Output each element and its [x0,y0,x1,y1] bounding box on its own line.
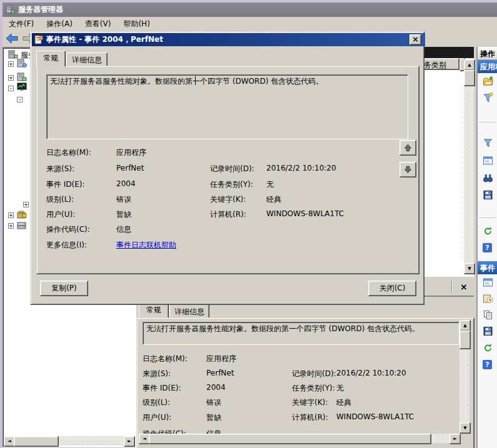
event-log-online-help-link[interactable]: 事件日志联机帮助 [116,240,176,251]
actions-pane-title: 操作 [478,47,497,60]
dialog-titlebar: 事件属性 - 事件 2004，PerfNet × [32,33,425,46]
expand-icon[interactable]: + [8,61,14,67]
open-saved-log-icon[interactable] [483,76,493,86]
copy-button[interactable]: 复制(P) [40,281,88,296]
help-icon[interactable]: ? [483,243,492,252]
server-manager-icon [8,50,18,59]
field-value: 经典 [266,194,281,205]
close-button[interactable]: 关闭(C) [368,281,416,296]
field-label: 用户(U): [46,209,75,220]
expand-icon[interactable]: + [23,202,29,207]
events-vscroll-thumb[interactable] [464,70,475,86]
collapse-icon[interactable]: - [17,97,23,102]
save-icon[interactable] [483,190,493,200]
field-label: 任务类别(Y): [210,179,253,190]
roles-node-icon[interactable] [17,59,27,67]
app-icon [6,5,15,14]
actions-pane: 操作 应用程序 ? 事件 2004，PerfNet [476,47,497,448]
storage-node-icon[interactable] [17,221,27,229]
preview-message-box[interactable]: 无法打开服务器服务性能对象。数据段的第一个四字节 (DWORD) 包含状态代码。 [143,322,459,345]
menu-view[interactable]: 查看(V) [79,17,118,31]
create-custom-view-icon[interactable] [483,92,493,102]
event-properties-dialog-icon [34,35,43,44]
scroll-up-icon[interactable]: ▲ [459,320,471,331]
find-icon[interactable] [483,173,493,183]
more-info-label: 更多信息(I): [46,240,87,251]
actions-separator [479,217,496,218]
menu-action[interactable]: 操作(A) [40,17,79,31]
actions-separator [479,122,496,122]
scroll-down-icon[interactable]: ▼ [464,263,475,274]
dialog-message-box[interactable]: 无法打开服务器服务性能对象。数据段的第一个四字节 (DWORD) 包含状态代码。 [46,74,408,139]
window-titlebar: 服务器管理器 [3,2,497,17]
configuration-node-icon[interactable] [17,210,27,219]
scroll-up-icon[interactable]: ▲ [464,59,475,71]
collapse-icon[interactable]: - [8,86,14,91]
refresh-icon[interactable] [483,343,493,353]
field-value: WINDOWS-8WLA1TC [266,209,344,218]
menu-help[interactable]: 帮助(H) [117,17,156,31]
dialog-tab-general[interactable]: 常规 [36,51,66,67]
menu-file[interactable]: 文件(F) [3,17,40,31]
dialog-title: 事件属性 - 事件 2004，PerfNet [46,34,163,45]
expand-icon[interactable]: + [8,212,14,218]
tree-hscroll-thumb[interactable] [14,436,59,447]
expand-icon[interactable]: + [8,75,14,81]
scroll-right-icon[interactable]: ► [449,434,461,444]
scroll-down-icon[interactable]: ▼ [459,422,471,434]
field-label: 记录时间(D): [210,164,254,174]
field-label: 事件 ID(E): [46,179,85,190]
menubar: 文件(F) 操作(A) 查看(V) 帮助(H) [3,17,497,31]
actions-group-application[interactable]: 应用程序 [478,60,497,73]
properties-icon[interactable] [483,156,493,166]
refresh-icon[interactable] [483,226,493,236]
field-label: 来源(S): [46,164,74,174]
field-value: 暂缺 [116,209,131,220]
help-icon[interactable]: ? [483,360,492,369]
event-properties-icon[interactable] [483,277,493,287]
scroll-right-icon[interactable]: ► [124,436,135,447]
save-icon[interactable] [483,326,493,336]
event-properties-dialog: 事件属性 - 事件 2004，PerfNet × 常规 详细信息 无法打开服务器… [30,31,424,305]
field-value: 信息 [116,224,131,235]
field-value: 无 [266,179,274,190]
field-value: 2016/2/2 10:10:20 [266,164,336,172]
field-label: 操作代码(C): [46,224,90,235]
expand-icon[interactable]: + [8,223,14,229]
field-value: PerfNet [116,164,144,172]
preview-hscroll-thumb[interactable] [149,434,431,444]
field-value: 2004 [116,179,136,188]
window-title: 服务器管理器 [18,4,63,15]
back-icon[interactable] [5,32,19,44]
filter-current-log-icon[interactable] [483,138,493,148]
field-value: 应用程序 [116,147,146,158]
server-manager-window: 服务器管理器 文件(F) 操作(A) 查看(V) 帮助(H) 任务类别 ▲ ▼ … [0,0,497,448]
field-label: 关键字(K): [210,194,246,205]
field-value: 错误 [116,194,131,205]
field-label: 计算机(R): [210,209,246,220]
previous-event-button[interactable] [399,140,416,156]
preview-vscroll-thumb[interactable] [459,331,471,349]
text-caret [195,76,196,85]
field-label: 日志名称(M): [46,147,91,158]
preview-close-icon[interactable]: × [460,282,468,291]
dialog-tab-details[interactable]: 详细信息 [66,52,108,67]
attach-task-icon[interactable] [483,294,493,304]
events-vscrollbar[interactable] [464,59,474,273]
copy-icon[interactable] [483,310,493,320]
actions-group-event[interactable]: 事件 2004，PerfNet [478,261,497,274]
dialog-close-icon[interactable]: × [409,34,421,45]
features-node-icon[interactable] [17,72,27,81]
preview-header-divider2 [452,281,453,292]
diagnostics-node-icon[interactable] [17,82,27,91]
next-event-button[interactable] [399,162,416,177]
preview-tab-details[interactable]: 详细信息 [169,304,209,318]
field-label: 级别(L): [46,194,74,205]
